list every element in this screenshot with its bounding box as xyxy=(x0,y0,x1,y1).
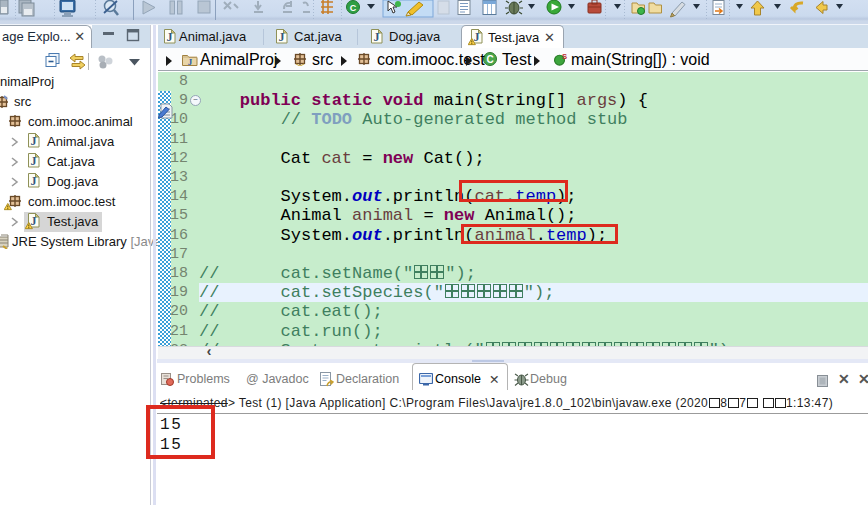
svg-text:C: C xyxy=(350,3,357,13)
